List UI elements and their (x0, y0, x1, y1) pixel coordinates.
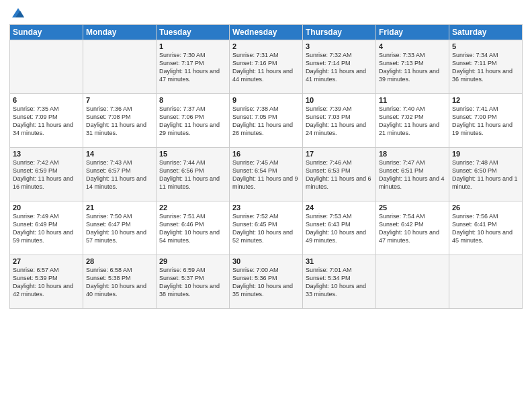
calendar-cell: 5 Sunrise: 7:34 AMSunset: 7:11 PMDayligh… (449, 40, 523, 94)
day-info: Sunrise: 7:43 AMSunset: 6:57 PMDaylight:… (86, 159, 146, 190)
day-info: Sunrise: 7:54 AMSunset: 6:42 PMDaylight:… (379, 213, 439, 244)
calendar-cell: 4 Sunrise: 7:33 AMSunset: 7:13 PMDayligh… (376, 40, 449, 94)
day-number: 9 (232, 96, 300, 104)
calendar-cell: 13 Sunrise: 7:42 AMSunset: 6:59 PMDaylig… (10, 148, 83, 201)
day-info: Sunrise: 7:46 AMSunset: 6:53 PMDaylight:… (306, 159, 371, 190)
day-number: 25 (379, 203, 446, 212)
day-number: 1 (159, 42, 226, 50)
day-info: Sunrise: 7:40 AMSunset: 7:02 PMDaylight:… (379, 105, 439, 136)
day-info: Sunrise: 7:49 AMSunset: 6:49 PMDaylight:… (13, 213, 73, 244)
day-number: 10 (306, 96, 373, 104)
day-number: 14 (86, 150, 153, 158)
day-info: Sunrise: 7:39 AMSunset: 7:03 PMDaylight:… (306, 105, 366, 136)
day-number: 31 (306, 257, 373, 265)
day-number: 5 (452, 42, 519, 50)
day-number: 6 (13, 96, 80, 104)
day-info: Sunrise: 7:32 AMSunset: 7:14 PMDaylight:… (306, 52, 366, 83)
weekday-header-sunday: Sunday (10, 25, 83, 40)
calendar-cell: 15 Sunrise: 7:44 AMSunset: 6:56 PMDaylig… (157, 148, 230, 201)
day-number: 20 (13, 203, 80, 212)
calendar-cell: 29 Sunrise: 6:59 AMSunset: 5:37 PMDaylig… (157, 255, 230, 309)
calendar-cell: 25 Sunrise: 7:54 AMSunset: 6:42 PMDaylig… (376, 201, 449, 255)
day-number: 8 (159, 96, 226, 104)
calendar-cell (449, 255, 523, 309)
day-number: 7 (86, 96, 153, 104)
day-info: Sunrise: 7:44 AMSunset: 6:56 PMDaylight:… (159, 159, 220, 190)
day-info: Sunrise: 7:41 AMSunset: 7:00 PMDaylight:… (452, 105, 513, 136)
weekday-header-wednesday: Wednesday (230, 25, 303, 40)
calendar-cell (83, 40, 157, 94)
calendar-cell: 31 Sunrise: 7:01 AMSunset: 5:34 PMDaylig… (303, 255, 376, 309)
day-number: 12 (452, 96, 519, 104)
day-number: 21 (86, 203, 153, 212)
day-number: 3 (306, 42, 373, 50)
week-row-5: 27 Sunrise: 6:57 AMSunset: 5:39 PMDaylig… (10, 255, 523, 309)
calendar-cell: 19 Sunrise: 7:48 AMSunset: 6:50 PMDaylig… (449, 148, 523, 201)
calendar-cell: 12 Sunrise: 7:41 AMSunset: 7:00 PMDaylig… (449, 94, 523, 148)
day-number: 13 (13, 150, 80, 158)
logo-icon (11, 5, 26, 20)
day-info: Sunrise: 6:58 AMSunset: 5:38 PMDaylight:… (86, 267, 146, 298)
day-info: Sunrise: 7:50 AMSunset: 6:47 PMDaylight:… (86, 213, 146, 244)
calendar-cell: 10 Sunrise: 7:39 AMSunset: 7:03 PMDaylig… (303, 94, 376, 148)
day-info: Sunrise: 7:56 AMSunset: 6:41 PMDaylight:… (452, 213, 513, 244)
calendar-cell (376, 255, 449, 309)
day-info: Sunrise: 7:34 AMSunset: 7:11 PMDaylight:… (452, 52, 513, 83)
day-info: Sunrise: 7:35 AMSunset: 7:09 PMDaylight:… (13, 105, 73, 136)
calendar-cell: 28 Sunrise: 6:58 AMSunset: 5:38 PMDaylig… (83, 255, 157, 309)
day-number: 11 (379, 96, 446, 104)
day-number: 2 (232, 42, 300, 50)
week-row-4: 20 Sunrise: 7:49 AMSunset: 6:49 PMDaylig… (10, 201, 523, 255)
day-info: Sunrise: 7:38 AMSunset: 7:05 PMDaylight:… (232, 105, 293, 136)
day-number: 16 (232, 150, 300, 158)
day-number: 23 (232, 203, 300, 212)
calendar-cell: 24 Sunrise: 7:53 AMSunset: 6:43 PMDaylig… (303, 201, 376, 255)
calendar-cell: 22 Sunrise: 7:51 AMSunset: 6:46 PMDaylig… (157, 201, 230, 255)
day-info: Sunrise: 6:59 AMSunset: 5:37 PMDaylight:… (159, 267, 220, 298)
day-info: Sunrise: 7:52 AMSunset: 6:45 PMDaylight:… (232, 213, 293, 244)
day-number: 18 (379, 150, 446, 158)
calendar-cell: 6 Sunrise: 7:35 AMSunset: 7:09 PMDayligh… (10, 94, 83, 148)
day-number: 19 (452, 150, 519, 158)
weekday-header-thursday: Thursday (303, 25, 376, 40)
day-info: Sunrise: 7:01 AMSunset: 5:34 PMDaylight:… (306, 267, 366, 298)
day-info: Sunrise: 7:37 AMSunset: 7:06 PMDaylight:… (159, 105, 220, 136)
calendar-cell: 21 Sunrise: 7:50 AMSunset: 6:47 PMDaylig… (83, 201, 157, 255)
calendar-cell: 3 Sunrise: 7:32 AMSunset: 7:14 PMDayligh… (303, 40, 376, 94)
calendar-cell: 8 Sunrise: 7:37 AMSunset: 7:06 PMDayligh… (157, 94, 230, 148)
page: SundayMondayTuesdayWednesdayThursdayFrid… (0, 0, 532, 411)
calendar-cell: 27 Sunrise: 6:57 AMSunset: 5:39 PMDaylig… (10, 255, 83, 309)
calendar-cell: 23 Sunrise: 7:52 AMSunset: 6:45 PMDaylig… (230, 201, 303, 255)
calendar-cell: 1 Sunrise: 7:30 AMSunset: 7:17 PMDayligh… (157, 40, 230, 94)
week-row-3: 13 Sunrise: 7:42 AMSunset: 6:59 PMDaylig… (10, 148, 523, 201)
day-number: 22 (159, 203, 226, 212)
calendar-cell: 30 Sunrise: 7:00 AMSunset: 5:36 PMDaylig… (230, 255, 303, 309)
calendar-cell: 7 Sunrise: 7:36 AMSunset: 7:08 PMDayligh… (83, 94, 157, 148)
calendar-cell: 2 Sunrise: 7:31 AMSunset: 7:16 PMDayligh… (230, 40, 303, 94)
day-number: 27 (13, 257, 80, 265)
weekday-header-saturday: Saturday (449, 25, 523, 40)
header (9, 7, 523, 20)
day-number: 24 (306, 203, 373, 212)
day-number: 17 (306, 150, 373, 158)
day-number: 29 (159, 257, 226, 265)
day-info: Sunrise: 7:48 AMSunset: 6:50 PMDaylight:… (452, 159, 518, 190)
calendar-cell: 16 Sunrise: 7:45 AMSunset: 6:54 PMDaylig… (230, 148, 303, 201)
day-info: Sunrise: 7:45 AMSunset: 6:54 PMDaylight:… (232, 159, 298, 190)
calendar-cell: 18 Sunrise: 7:47 AMSunset: 6:51 PMDaylig… (376, 148, 449, 201)
weekday-header-monday: Monday (83, 25, 157, 40)
week-row-2: 6 Sunrise: 7:35 AMSunset: 7:09 PMDayligh… (10, 94, 523, 148)
day-info: Sunrise: 7:53 AMSunset: 6:43 PMDaylight:… (306, 213, 366, 244)
calendar-table: SundayMondayTuesdayWednesdayThursdayFrid… (9, 24, 523, 309)
day-number: 4 (379, 42, 446, 50)
calendar-cell: 17 Sunrise: 7:46 AMSunset: 6:53 PMDaylig… (303, 148, 376, 201)
logo-text (9, 7, 26, 20)
calendar-cell: 11 Sunrise: 7:40 AMSunset: 7:02 PMDaylig… (376, 94, 449, 148)
day-info: Sunrise: 7:51 AMSunset: 6:46 PMDaylight:… (159, 213, 220, 244)
day-info: Sunrise: 7:36 AMSunset: 7:08 PMDaylight:… (86, 105, 146, 136)
calendar-cell: 26 Sunrise: 7:56 AMSunset: 6:41 PMDaylig… (449, 201, 523, 255)
day-number: 28 (86, 257, 153, 265)
day-info: Sunrise: 7:33 AMSunset: 7:13 PMDaylight:… (379, 52, 439, 83)
day-info: Sunrise: 6:57 AMSunset: 5:39 PMDaylight:… (13, 267, 73, 298)
weekday-header-friday: Friday (376, 25, 449, 40)
